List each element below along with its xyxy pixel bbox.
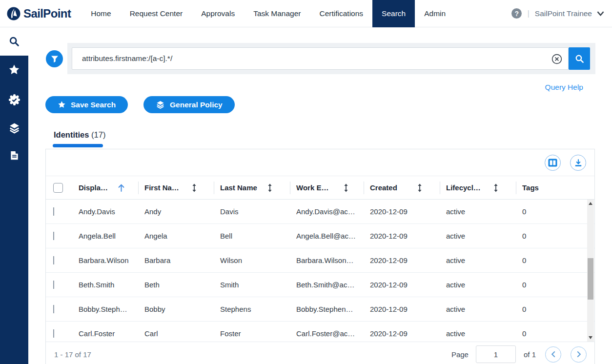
tab-active-indicator [53, 144, 103, 147]
download-button[interactable] [570, 155, 586, 171]
cell-display-name: Bobby.Steph… [73, 305, 139, 313]
query-help-link[interactable]: Query Help [545, 83, 583, 92]
cell-lifecycle-state: active [440, 329, 516, 338]
row-checkbox[interactable] [53, 207, 54, 216]
vertical-scrollbar[interactable] [587, 200, 594, 342]
table-row[interactable]: Bobby.Steph… Bobby Stephens Bobby.Stephe… [46, 297, 594, 322]
sailpoint-logo[interactable]: SailPoint [0, 6, 71, 21]
layers-icon [156, 100, 165, 109]
sort-both-icon[interactable] [267, 183, 273, 192]
row-checkbox[interactable] [53, 256, 54, 264]
cell-work-email: Andy.Davis@ac… [290, 207, 364, 216]
row-checkbox[interactable] [53, 281, 54, 289]
page-of-label: of 1 [524, 350, 536, 359]
sort-both-icon[interactable] [343, 183, 349, 192]
star-icon [8, 64, 20, 76]
column-header-lifecycle-state[interactable]: Lifecycl… [440, 176, 516, 199]
star-icon [58, 101, 66, 109]
top-nav: SailPoint Home Request Center Approvals … [0, 0, 612, 27]
row-checkbox[interactable] [53, 232, 54, 240]
left-sidebar [0, 27, 28, 364]
badge-check-icon [8, 94, 20, 106]
document-icon [9, 150, 20, 161]
cell-display-name: Andy.Davis [73, 207, 139, 216]
sidebar-item-reports[interactable] [0, 150, 28, 161]
column-settings-button[interactable] [545, 155, 561, 171]
column-header-work-email[interactable]: Work E… [290, 176, 364, 199]
magnifier-icon [575, 54, 584, 63]
cell-first-name: Barbara [139, 256, 214, 264]
cell-tags: 0 [516, 207, 594, 216]
cell-tags: 0 [516, 281, 594, 289]
sidebar-item-search[interactable] [0, 27, 28, 56]
column-header-tags[interactable]: Tags [516, 176, 594, 199]
column-header-last-name[interactable]: Last Name [214, 176, 290, 199]
cell-last-name: Smith [214, 281, 290, 289]
sidebar-item-certifications[interactable] [0, 94, 28, 106]
filter-button[interactable] [46, 50, 63, 67]
cell-last-name: Wilson [214, 256, 290, 264]
nav-item-certifications[interactable]: Certifications [310, 0, 373, 27]
help-icon[interactable]: ? [511, 8, 522, 19]
table-row[interactable]: Barbara.Wilson Barbara Wilson Barbara.Wi… [46, 248, 594, 273]
sidebar-item-policies[interactable] [0, 122, 28, 134]
nav-item-approvals[interactable]: Approvals [192, 0, 244, 27]
user-menu[interactable]: SailPoint Trainee [535, 9, 604, 18]
table-row[interactable]: Carl.Foster Carl Foster Carl.Foster@ac… … [46, 322, 594, 342]
nav-item-task-manager[interactable]: Task Manager [244, 0, 310, 27]
sort-both-icon[interactable] [417, 183, 423, 192]
general-policy-label: General Policy [170, 101, 223, 109]
scroll-up-arrow[interactable] [587, 200, 594, 207]
user-name: SailPoint Trainee [535, 9, 592, 18]
sort-both-icon[interactable] [191, 183, 197, 192]
cell-first-name: Andy [139, 207, 214, 216]
row-checkbox[interactable] [53, 329, 54, 338]
results-card: Displa… First Na… Last Name [45, 149, 595, 364]
clear-search-button[interactable] [551, 54, 562, 64]
tab-identities[interactable]: Identities (17) [54, 130, 105, 140]
cell-first-name: Bobby [139, 305, 214, 313]
cell-last-name: Bell [214, 232, 290, 240]
cell-lifecycle-state: active [440, 207, 516, 216]
download-icon [574, 159, 583, 167]
sort-both-icon[interactable] [493, 183, 499, 192]
cell-created: 2020-12-09 [364, 329, 440, 338]
result-range-text: 1 - 17 of 17 [54, 350, 91, 359]
table-row[interactable]: Angela.Bell Angela Bell Angela.Bell@ac… … [46, 224, 594, 248]
table-row[interactable]: Beth.Smith Beth Smith Beth.Smith@ac… 202… [46, 273, 594, 297]
page-number-input[interactable] [476, 345, 516, 363]
header-checkbox-cell [46, 176, 73, 199]
table-row[interactable]: Andy.Davis Andy Davis Andy.Davis@ac… 202… [46, 200, 594, 224]
tab-identities-label: Identities [54, 130, 89, 139]
column-header-display-name[interactable]: Displa… [73, 176, 139, 199]
cell-display-name: Beth.Smith [73, 281, 139, 289]
chevron-right-icon [576, 351, 582, 358]
cell-work-email: Barbara.Wilson… [290, 256, 364, 264]
next-page-button[interactable] [571, 346, 587, 363]
scrollbar-thumb[interactable] [588, 258, 593, 300]
cell-display-name: Angela.Bell [73, 232, 139, 240]
nav-item-request-center[interactable]: Request Center [121, 0, 192, 27]
cell-lifecycle-state: active [440, 256, 516, 264]
circled-x-icon [551, 54, 562, 64]
previous-page-button[interactable] [545, 346, 561, 363]
nav-item-admin[interactable]: Admin [415, 0, 455, 27]
row-checkbox[interactable] [53, 305, 54, 313]
search-query-input[interactable] [72, 47, 569, 70]
cell-last-name: Foster [214, 329, 290, 338]
scroll-down-arrow[interactable] [587, 334, 594, 341]
chevron-left-icon [551, 351, 556, 358]
sort-asc-icon[interactable] [118, 183, 125, 192]
layers-icon [8, 122, 20, 134]
nav-item-search[interactable]: Search [372, 0, 415, 27]
nav-item-home[interactable]: Home [82, 0, 120, 27]
column-header-first-name[interactable]: First Na… [139, 176, 214, 199]
column-header-created[interactable]: Created [364, 176, 440, 199]
search-submit-button[interactable] [569, 47, 590, 70]
select-all-checkbox[interactable] [53, 183, 63, 193]
general-policy-button[interactable]: General Policy [143, 96, 235, 113]
logo-text: SailPoint [23, 7, 71, 20]
sidebar-item-saved-searches[interactable] [0, 64, 28, 76]
column-settings-icon [548, 159, 557, 167]
save-search-button[interactable]: Save Search [45, 96, 128, 113]
